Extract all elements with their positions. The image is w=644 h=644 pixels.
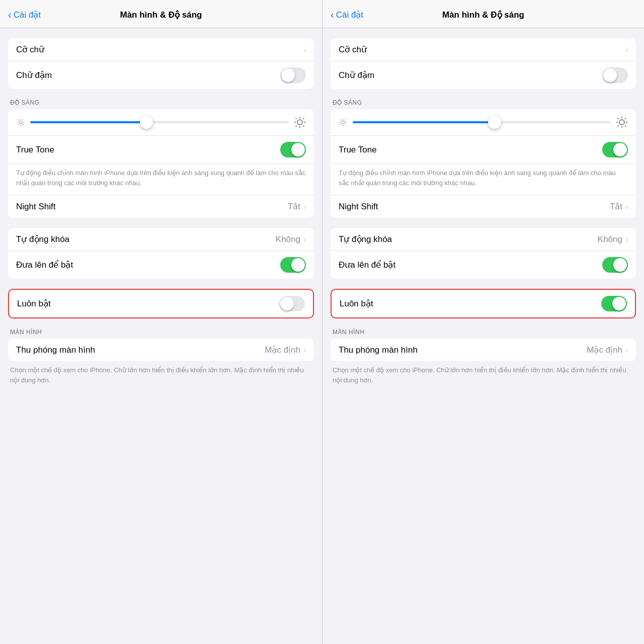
zoom-desc-left: Chọn một chế độ xem cho iPhone. Chữ lớn … (0, 361, 322, 387)
svg-line-17 (303, 118, 304, 119)
brightness-track-right[interactable] (353, 121, 611, 123)
sun-large-icon-right (616, 116, 628, 128)
brightness-thumb-left[interactable] (140, 116, 153, 129)
co-chu-chevron-left: › (303, 46, 306, 53)
always-on-row-left[interactable]: Luôn bật (9, 290, 313, 317)
page-title-left: Màn hình & Độ sáng (120, 10, 202, 20)
auto-lock-chevron-left: › (303, 235, 306, 243)
true-tone-row-left[interactable]: True Tone (8, 136, 314, 164)
true-tone-label-right: True Tone (339, 145, 602, 155)
zoom-row-left[interactable]: Thu phóng màn hình Mặc định › (8, 339, 314, 361)
brightness-track-left[interactable] (30, 121, 289, 123)
raise-to-wake-knob-right (613, 258, 627, 272)
svg-line-15 (303, 125, 304, 126)
zoom-value-right: Mặc định (587, 345, 622, 355)
always-on-toggle-right[interactable] (601, 296, 627, 311)
auto-lock-chevron-right: › (625, 235, 628, 243)
svg-line-33 (625, 125, 626, 126)
true-tone-desc-right: Tự động điều chỉnh màn hình iPhone dựa t… (331, 164, 636, 195)
true-tone-row-right[interactable]: True Tone (331, 136, 636, 164)
svg-line-26 (345, 119, 346, 120)
sun-large-icon-left (294, 116, 306, 128)
chu-dam-toggle-right[interactable] (602, 67, 628, 83)
svg-point-9 (297, 120, 302, 125)
co-chu-chevron-right: › (625, 46, 628, 53)
always-on-knob-right (612, 297, 626, 310)
always-on-card-left: Luôn bật (8, 289, 314, 318)
svg-line-23 (340, 119, 341, 120)
right-panel: ‹ Cài đặt Màn hình & Độ sáng Cỡ chữ › Ch… (322, 0, 644, 644)
back-chevron-right: ‹ (331, 10, 334, 20)
font-group-right: Cỡ chữ › Chữ đậm (323, 38, 644, 89)
svg-point-18 (342, 121, 345, 124)
always-on-card-right: Luôn bật (331, 289, 636, 318)
brightness-group-right: ĐỘ SÁNG (323, 99, 644, 218)
raise-to-wake-row-right[interactable]: Đưa lên để bật (331, 251, 636, 279)
co-chu-row-right[interactable]: Cỡ chữ › (331, 38, 636, 61)
svg-line-7 (18, 124, 19, 125)
man-hinh-group-left: MÀN HÌNH Thu phóng màn hình Mặc định › C… (0, 329, 322, 387)
chu-dam-knob-right (603, 68, 617, 82)
true-tone-knob-right (613, 143, 627, 156)
raise-to-wake-label-right: Đưa lên để bật (339, 260, 602, 270)
zoom-row-right[interactable]: Thu phóng màn hình Mặc định › (331, 339, 636, 361)
true-tone-label-left: True Tone (16, 145, 280, 155)
chu-dam-toggle-left[interactable] (280, 67, 306, 83)
always-on-row-right[interactable]: Luôn bật (332, 290, 635, 317)
always-on-group-left: Luôn bật (0, 289, 322, 318)
man-hinh-label-left: MÀN HÌNH (0, 329, 322, 339)
chu-dam-label-left: Chữ đậm (16, 70, 280, 80)
nav-bar-left: ‹ Cài đặt Màn hình & Độ sáng (0, 0, 322, 28)
man-hinh-label-right: MÀN HÌNH (323, 329, 644, 339)
raise-to-wake-row-left[interactable]: Đưa lên để bật (8, 251, 314, 279)
brightness-label-right: ĐỘ SÁNG (323, 99, 644, 109)
raise-to-wake-knob-left (291, 258, 305, 272)
font-group-left: Cỡ chữ › Chữ đậm (0, 38, 322, 89)
zoom-desc-right: Chọn một chế độ xem cho iPhone. Chữ lớn … (323, 361, 644, 387)
chu-dam-row-right[interactable]: Chữ đậm (331, 61, 636, 89)
lock-group-right: Tự động khóa Không › Đưa lên để bật (323, 228, 644, 279)
back-chevron-left: ‹ (8, 10, 12, 20)
night-shift-row-left[interactable]: Night Shift Tắt › (8, 195, 314, 218)
back-button-left[interactable]: ‹ Cài đặt (8, 10, 41, 20)
co-chu-row-left[interactable]: Cỡ chữ › (8, 38, 314, 61)
raise-to-wake-toggle-left[interactable] (280, 257, 306, 273)
back-label-left: Cài đặt (14, 10, 41, 20)
chu-dam-label-right: Chữ đậm (339, 70, 602, 80)
sun-small-icon-right (339, 118, 348, 127)
zoom-value-left: Mặc định (265, 345, 300, 355)
settings-content-left: Cỡ chữ › Chữ đậm ĐỘ SÁNG (0, 28, 322, 644)
night-shift-value-right: Tắt (610, 201, 622, 212)
always-on-label-right: Luôn bật (340, 298, 601, 309)
lock-group-left: Tự động khóa Không › Đưa lên để bật (0, 228, 322, 279)
brightness-thumb-right[interactable] (488, 116, 501, 129)
svg-line-16 (296, 125, 297, 126)
lock-card-right: Tự động khóa Không › Đưa lên để bật (331, 228, 636, 279)
raise-to-wake-toggle-right[interactable] (602, 257, 628, 273)
always-on-label-left: Luôn bật (17, 298, 279, 309)
auto-lock-row-left[interactable]: Tự động khóa Không › (8, 228, 314, 251)
svg-line-34 (618, 125, 619, 126)
chu-dam-row-left[interactable]: Chữ đậm (8, 61, 314, 89)
back-label-right: Cài đặt (336, 10, 363, 20)
true-tone-knob-left (291, 143, 305, 156)
svg-line-5 (18, 119, 19, 120)
true-tone-toggle-left[interactable] (280, 142, 306, 157)
svg-line-14 (296, 118, 297, 119)
zoom-chevron-right: › (625, 346, 628, 354)
auto-lock-row-right[interactable]: Tự động khóa Không › (331, 228, 636, 251)
night-shift-chevron-left: › (303, 203, 306, 210)
always-on-toggle-left[interactable] (279, 296, 305, 311)
svg-line-8 (23, 119, 24, 120)
brightness-label-left: ĐỘ SÁNG (0, 99, 322, 109)
auto-lock-label-left: Tự động khóa (16, 234, 276, 245)
brightness-slider-row-right (331, 109, 636, 136)
brightness-fill-left (30, 121, 146, 123)
true-tone-toggle-right[interactable] (602, 142, 628, 157)
nav-bar-right: ‹ Cài đặt Màn hình & Độ sáng (323, 0, 644, 28)
svg-line-32 (618, 118, 619, 119)
back-button-right[interactable]: ‹ Cài đặt (331, 10, 363, 20)
brightness-card-right: True Tone Tự động điều chỉnh màn hình iP… (331, 109, 636, 218)
night-shift-chevron-right: › (625, 203, 628, 210)
night-shift-row-right[interactable]: Night Shift Tắt › (331, 195, 636, 218)
